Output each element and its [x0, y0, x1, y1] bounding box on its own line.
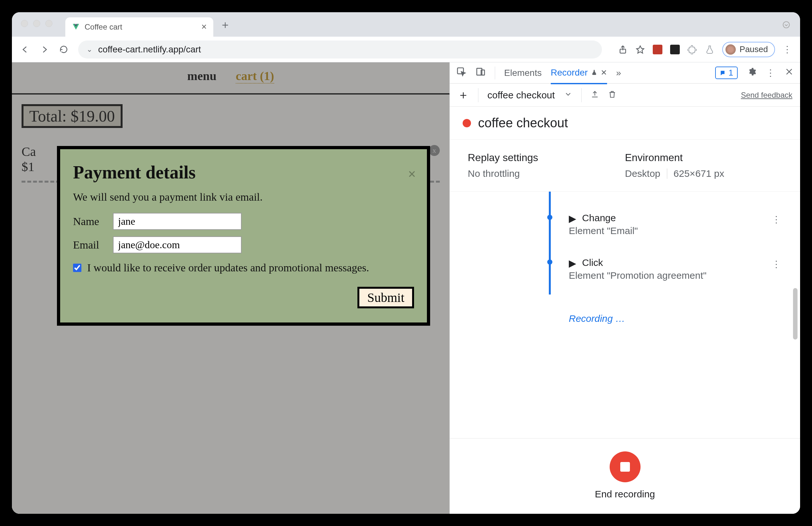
- extensions-puzzle-icon[interactable]: [687, 45, 697, 54]
- tab-strip: Coffee cart ✕ ＋: [12, 12, 800, 37]
- replay-settings-heading: Replay settings: [468, 152, 625, 164]
- payment-modal: × Payment details We will send you a pay…: [57, 146, 430, 326]
- modal-close-icon[interactable]: ×: [408, 166, 416, 182]
- experiment-flask-icon: [591, 67, 597, 78]
- tab-elements[interactable]: Elements: [504, 68, 542, 78]
- tab-close-icon[interactable]: ✕: [201, 23, 207, 31]
- name-input[interactable]: [113, 213, 242, 230]
- modal-title: Payment details: [73, 162, 414, 183]
- divider: [667, 168, 667, 179]
- send-feedback-link[interactable]: Send feedback: [741, 91, 792, 100]
- extension-dark-icon[interactable]: [670, 45, 680, 54]
- forward-button[interactable]: [40, 45, 49, 54]
- step-subtitle: Element "Email": [569, 225, 800, 236]
- browser-window: Coffee cart ✕ ＋ ⌄ coffee-cart.netlify.ap…: [12, 12, 800, 514]
- replay-settings-value[interactable]: No throttling: [468, 168, 625, 179]
- tab-recorder[interactable]: Recorder ✕: [551, 67, 607, 84]
- address-field[interactable]: ⌄ coffee-cart.netlify.app/cart: [78, 41, 602, 59]
- traffic-max-icon[interactable]: [45, 20, 53, 27]
- svg-point-0: [783, 21, 789, 28]
- window-caret-icon[interactable]: [782, 20, 791, 30]
- devtools-panel: Elements Recorder ✕ » 1 ⋮: [449, 62, 800, 514]
- environment-heading: Environment: [625, 152, 782, 164]
- end-recording-button[interactable]: [610, 451, 640, 482]
- issues-count: 1: [729, 68, 733, 78]
- paused-label: Paused: [740, 44, 768, 54]
- environment-device: Desktop: [625, 168, 661, 179]
- browser-menu-button[interactable]: ⋮: [783, 44, 792, 55]
- end-recording-section: End recording: [450, 438, 800, 514]
- promo-checkbox[interactable]: [73, 264, 82, 272]
- rendered-page: menu cart (1) Total: $19.00 Ca $1 00 x: [12, 62, 449, 514]
- labs-flask-icon[interactable]: [705, 45, 714, 54]
- email-input[interactable]: [113, 236, 242, 253]
- step-dot-icon: [547, 259, 552, 265]
- recording-title-row: coffee checkout: [450, 107, 800, 139]
- expand-step-icon[interactable]: ▶: [569, 213, 576, 224]
- reload-button[interactable]: [59, 45, 69, 54]
- step-menu-icon[interactable]: ⋮: [772, 259, 781, 269]
- environment-dimensions: 625×671 px: [674, 168, 725, 179]
- expand-step-icon[interactable]: ▶: [569, 257, 576, 269]
- step-dot-icon: [547, 215, 552, 220]
- export-recording-icon[interactable]: [591, 90, 599, 101]
- vue-favicon-icon: [72, 23, 80, 31]
- tab-recorder-close-icon[interactable]: ✕: [600, 68, 607, 77]
- step-subtitle: Element "Promotion agreement": [569, 270, 800, 281]
- recording-title: coffee checkout: [478, 116, 568, 130]
- device-toggle-icon[interactable]: [476, 66, 486, 79]
- stop-icon: [620, 462, 630, 472]
- devtools-close-icon[interactable]: [785, 67, 794, 78]
- recording-status: Recording …: [569, 313, 800, 324]
- step-change[interactable]: ▶ Change Element "Email" ⋮: [450, 212, 800, 236]
- share-icon[interactable]: [618, 45, 628, 54]
- step-title: Click: [582, 257, 603, 268]
- step-menu-icon[interactable]: ⋮: [772, 214, 781, 225]
- traffic-min-icon[interactable]: [33, 20, 40, 27]
- name-label: Name: [73, 215, 105, 228]
- profile-paused-pill[interactable]: Paused: [722, 42, 775, 57]
- steps-area: ▶ Change Element "Email" ⋮ ▶ Click Eleme…: [450, 192, 800, 438]
- scrollbar-thumb[interactable]: [793, 288, 798, 340]
- content-split: menu cart (1) Total: $19.00 Ca $1 00 x: [12, 62, 800, 514]
- submit-button[interactable]: Submit: [358, 287, 414, 308]
- recording-indicator-icon: [463, 119, 471, 127]
- devtools-menu-icon[interactable]: ⋮: [766, 67, 775, 78]
- tab-title: Coffee cart: [85, 22, 122, 31]
- inspect-element-icon[interactable]: [456, 66, 466, 79]
- traffic-close-icon[interactable]: [21, 20, 28, 27]
- browser-tab[interactable]: Coffee cart ✕: [65, 17, 213, 37]
- step-click[interactable]: ▶ Click Element "Promotion agreement" ⋮: [450, 257, 800, 281]
- bookmark-star-icon[interactable]: [635, 45, 645, 54]
- url-bar: ⌄ coffee-cart.netlify.app/cart Paused ⋮: [12, 37, 800, 62]
- end-recording-label: End recording: [450, 489, 800, 500]
- tab-recorder-label: Recorder: [551, 67, 588, 78]
- back-button[interactable]: [20, 45, 30, 54]
- extension-red-icon[interactable]: [653, 45, 663, 54]
- email-label: Email: [73, 239, 105, 251]
- promo-label: I would like to receive order updates an…: [87, 262, 369, 274]
- recording-settings: Replay settings No throttling Environmen…: [450, 139, 800, 192]
- url-text: coffee-cart.netlify.app/cart: [98, 44, 201, 55]
- traffic-lights: [21, 20, 53, 27]
- devtools-tabbar: Elements Recorder ✕ » 1 ⋮: [450, 62, 800, 84]
- devtools-settings-icon[interactable]: [747, 67, 756, 78]
- modal-subtitle: We will send you a payment link via emai…: [73, 191, 414, 203]
- site-info-icon[interactable]: ⌄: [87, 45, 92, 54]
- avatar-icon: [725, 44, 736, 55]
- recorder-toolbar: ＋ coffee checkout Send feedback: [450, 84, 800, 107]
- toolbar-icons: Paused ⋮: [618, 42, 792, 57]
- issues-pill[interactable]: 1: [715, 66, 738, 79]
- new-tab-button[interactable]: ＋: [220, 17, 231, 32]
- recording-selector-chevron-icon[interactable]: [564, 90, 572, 101]
- recording-selector-name: coffee checkout: [488, 90, 555, 101]
- delete-recording-icon[interactable]: [608, 90, 617, 101]
- new-recording-button[interactable]: ＋: [458, 87, 469, 103]
- more-tabs-icon[interactable]: »: [616, 68, 621, 78]
- step-title: Change: [582, 212, 616, 223]
